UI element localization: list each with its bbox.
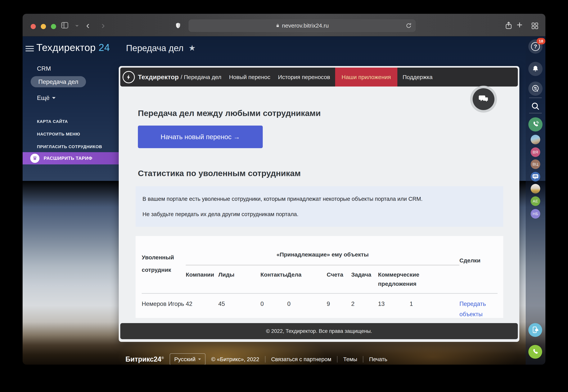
cell-leads: 0 xyxy=(260,294,287,320)
sidebar-link-configure-menu[interactable]: НАСТРОИТЬ МЕНЮ xyxy=(37,132,80,137)
cell-tasks: 13 xyxy=(378,294,410,320)
column-header-leads: Лиды xyxy=(218,266,260,288)
forward-button[interactable]: › xyxy=(101,20,105,30)
cell-activities: 9 xyxy=(327,294,351,320)
cell-companies: 45 xyxy=(218,294,260,320)
dismissed-employees-table: Уволенный сотрудник «Принадлежащие» ему … xyxy=(136,236,503,320)
footer-separator xyxy=(363,356,363,363)
browser-window: ‹ › neverov.bitrix24.ru + xyxy=(23,14,545,365)
user-avatar-initials[interactable]: АЕ xyxy=(531,196,540,206)
toolbar-divider xyxy=(529,113,542,113)
favorite-star-icon[interactable]: ★ xyxy=(188,44,196,52)
phone-handset-icon xyxy=(531,348,539,356)
nav-new-transfer[interactable]: Новый перенос xyxy=(229,74,270,80)
notice-line-1: В вашем портале есть уволенные сотрудник… xyxy=(142,196,423,202)
nav-our-apps[interactable]: Наши приложения xyxy=(335,68,398,86)
browser-titlebar: ‹ › neverov.bitrix24.ru + xyxy=(23,14,545,36)
footer-copyright: © «Битрикс», 2022 xyxy=(211,356,259,363)
mobile-app-button[interactable] xyxy=(528,323,542,337)
nav-support[interactable]: Поддержка xyxy=(403,74,433,80)
cell-quotes: 1 xyxy=(410,294,459,320)
stats-table-panel: Уволенный сотрудник «Принадлежащие» ему … xyxy=(136,236,503,318)
address-bar[interactable]: neverov.bitrix24.ru xyxy=(189,19,416,32)
column-group-header: «Принадлежащие» ему объекты xyxy=(186,251,459,266)
upgrade-plan-banner[interactable]: ♛ РАСШИРИТЬ ТАРИФ xyxy=(23,152,119,164)
bitrix24-logo[interactable]: Битрикс24® xyxy=(126,355,164,363)
page-viewport: Техдиректор 24 Передача дел ★ CRM Переда… xyxy=(23,36,545,365)
group-chat-icon xyxy=(532,173,539,181)
user-avatar-initials[interactable]: ВЦ xyxy=(531,159,540,169)
column-header-tasks: Задача xyxy=(351,266,378,288)
footer-link-print[interactable]: Печать xyxy=(369,356,387,363)
column-header-contacts: Контакты xyxy=(260,266,287,288)
column-header-invoices: Счета xyxy=(327,266,351,288)
app-navbar: Техдиректор / Передача дел Новый перенос… xyxy=(120,68,518,86)
back-button[interactable]: ‹ xyxy=(86,20,89,30)
sidebar-item-transfer-active[interactable]: Передача дел xyxy=(31,76,86,87)
hero-title: Передача дел между любыми сотрудниками xyxy=(138,109,321,118)
sidebar-link-sitemap[interactable]: КАРТА САЙТА xyxy=(37,119,68,124)
site-footer: Битрикс24® Русский © «Битрикс», 2022 Свя… xyxy=(126,353,387,365)
sidebar-toggle-icon[interactable] xyxy=(60,21,69,29)
share-icon[interactable] xyxy=(504,21,513,30)
footer-link-partner[interactable]: Связаться с партнером xyxy=(271,356,331,363)
search-button[interactable] xyxy=(531,101,540,112)
minimize-window-button[interactable] xyxy=(41,24,46,29)
telephony-button[interactable] xyxy=(528,117,542,131)
portal-logo-suffix: 24 xyxy=(99,42,110,53)
lock-icon xyxy=(275,23,280,28)
language-selector[interactable]: Русский xyxy=(170,353,205,365)
mobile-app-icon xyxy=(531,326,539,334)
close-window-button[interactable] xyxy=(31,24,36,29)
group-chat-avatar[interactable] xyxy=(531,172,540,182)
column-header-quotes: Коммерческие предложения xyxy=(378,266,410,288)
footer-separator xyxy=(337,356,337,363)
chat-fab-button[interactable] xyxy=(473,88,495,110)
chat-bubbles-icon xyxy=(478,94,489,105)
app-footer-copyright: © 2022, Техдиректор. Все права защищены. xyxy=(266,328,372,334)
zoom-window-button[interactable] xyxy=(51,24,56,29)
new-tab-button[interactable]: + xyxy=(517,19,522,31)
app-brand[interactable]: Техдиректор xyxy=(138,73,179,81)
portal-logo[interactable]: Техдиректор 24 xyxy=(36,42,110,53)
nav-transfer-history[interactable]: История переносов xyxy=(278,74,330,80)
tab-overview-icon[interactable] xyxy=(530,21,539,30)
sidebar-item-crm[interactable]: CRM xyxy=(37,65,51,72)
sidebar-item-more[interactable]: Ещё xyxy=(37,94,56,101)
toolbar-divider xyxy=(529,98,542,98)
user-avatar-initials[interactable]: НБ xyxy=(531,209,540,219)
notifications-button[interactable] xyxy=(528,62,542,76)
user-group-avatar-photo[interactable] xyxy=(531,184,540,194)
bell-icon xyxy=(532,65,539,73)
footer-link-themes[interactable]: Темы xyxy=(343,356,357,363)
notice-line-2: Не забудьте передать их дела другим сотр… xyxy=(142,211,298,217)
app-footer: © 2022, Техдиректор. Все права защищены. xyxy=(120,323,518,339)
stats-notice-panel: В вашем портале есть уволенные сотрудник… xyxy=(136,186,503,227)
user-avatar-initials[interactable]: ВЯ xyxy=(531,147,540,157)
registered-mark: ® xyxy=(161,356,164,360)
chevron-down-icon xyxy=(52,97,56,99)
page-title: Передача дел xyxy=(126,43,184,53)
messenger-button[interactable] xyxy=(528,82,542,96)
start-transfer-button[interactable]: Начать новый перенос → xyxy=(138,126,263,148)
lightning-logo-icon xyxy=(123,71,135,83)
chevron-down-icon[interactable] xyxy=(75,23,79,28)
upgrade-plan-label: РАСШИРИТЬ ТАРИФ xyxy=(44,156,92,161)
phone-icon xyxy=(532,121,539,128)
user-avatar-photo[interactable] xyxy=(531,135,540,144)
reload-icon[interactable] xyxy=(405,22,412,30)
stats-title: Статистика по уволенным сотрудникам xyxy=(138,169,301,178)
sidebar-link-invite-employees[interactable]: ПРИГЛАСИТЬ СОТРУДНИКОВ xyxy=(37,144,102,149)
privacy-shield-icon[interactable] xyxy=(175,21,182,30)
url-text: neverov.bitrix24.ru xyxy=(282,22,329,29)
messenger-icon xyxy=(531,84,540,93)
column-header-companies: Компании xyxy=(186,266,218,288)
callback-button[interactable] xyxy=(528,345,542,359)
help-notification-badge: 18 xyxy=(537,38,545,44)
cell-contacts: 0 xyxy=(287,294,327,320)
menu-hamburger-icon[interactable] xyxy=(26,46,34,52)
crown-icon: ♛ xyxy=(30,154,40,163)
page-title-row: Передача дел ★ xyxy=(126,43,196,53)
footer-separator xyxy=(265,356,265,363)
transfer-objects-link[interactable]: Передать объекты xyxy=(459,294,497,320)
